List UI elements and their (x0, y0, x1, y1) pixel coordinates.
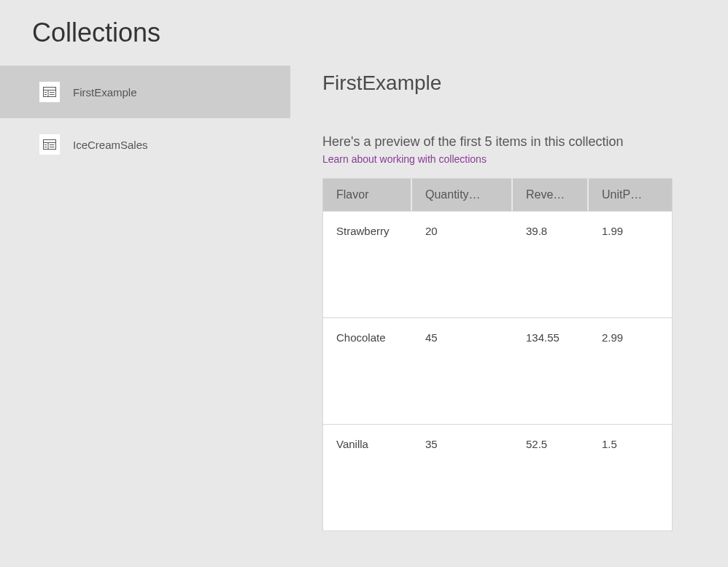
column-header-revenue[interactable]: Reve… (513, 179, 589, 211)
cell-flavor: Vanilla (323, 425, 412, 531)
cell-flavor: Chocolate (323, 318, 412, 424)
sidebar-item-label: FirstExample (73, 86, 137, 99)
cell-revenue: 52.5 (513, 425, 589, 531)
sidebar-item-label: IceCreamSales (73, 139, 148, 151)
cell-unitprice: 1.5 (589, 425, 670, 531)
collections-sidebar: FirstExample IceCreamSales (0, 66, 290, 563)
sidebar-item-firstexample[interactable]: FirstExample (0, 66, 290, 118)
detail-title: FirstExample (322, 72, 728, 95)
collection-icon (39, 82, 60, 102)
cell-unitprice: 1.99 (589, 212, 670, 317)
page-title: Collections (0, 0, 728, 66)
cell-quantity: 45 (412, 318, 513, 424)
column-header-quantity[interactable]: Quantity… (412, 179, 513, 211)
cell-revenue: 134.55 (513, 318, 589, 424)
column-header-unitprice[interactable]: UnitP… (589, 179, 670, 211)
collection-icon (39, 134, 60, 155)
sidebar-item-icecreamsales[interactable]: IceCreamSales (0, 118, 290, 171)
cell-unitprice: 2.99 (589, 318, 670, 424)
table-row[interactable]: Vanilla 35 52.5 1.5 (323, 424, 672, 531)
learn-link[interactable]: Learn about working with collections (322, 153, 487, 165)
preview-table: Flavor Quantity… Reve… UnitP… Strawberry… (322, 178, 673, 531)
preview-text: Here's a preview of the first 5 items in… (322, 134, 728, 150)
cell-flavor: Strawberry (323, 212, 412, 317)
cell-quantity: 35 (412, 425, 513, 531)
table-row[interactable]: Strawberry 20 39.8 1.99 (323, 211, 672, 317)
cell-revenue: 39.8 (513, 212, 589, 317)
cell-quantity: 20 (412, 212, 513, 317)
detail-pane: FirstExample Here's a preview of the fir… (290, 66, 728, 563)
column-header-flavor[interactable]: Flavor (323, 179, 412, 211)
table-header-row: Flavor Quantity… Reve… UnitP… (323, 179, 672, 211)
table-row[interactable]: Chocolate 45 134.55 2.99 (323, 317, 672, 424)
